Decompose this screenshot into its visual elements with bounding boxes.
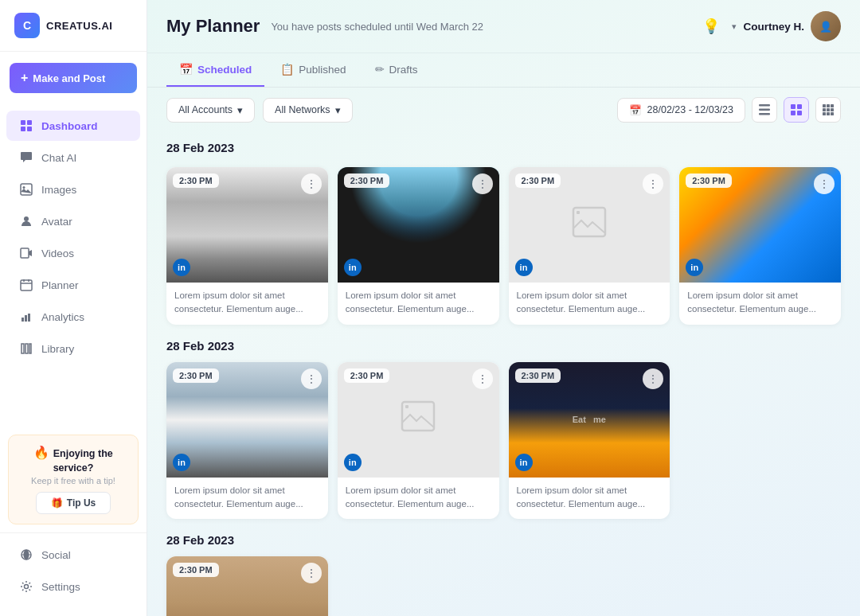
- networks-filter[interactable]: All Networks ▾: [263, 98, 352, 123]
- content-area: 28 Feb 2023 ‹ › 2:30 PM ⋮ in Lorem ipsum…: [147, 132, 860, 616]
- card-menu-button[interactable]: ⋮: [301, 368, 322, 389]
- avatar-initials: 👤: [819, 21, 832, 33]
- sidebar-item-chat-ai[interactable]: Chat AI: [6, 142, 140, 173]
- library-icon: [19, 341, 33, 356]
- dashboard-label: Dashboard: [41, 120, 98, 132]
- post-card: 2:30 PM ⋮ in Lorem ipsum dolor sit amet …: [166, 556, 328, 616]
- toolbar-right: 📅 28/02/23 - 12/03/23: [617, 97, 841, 123]
- cards-row-1: 2:30 PM ⋮ in Lorem ipsum dolor sit amet …: [166, 167, 841, 325]
- drafts-tab-icon: ✏: [375, 63, 385, 76]
- avatar-icon: [19, 214, 33, 228]
- card-time: 2:30 PM: [173, 563, 219, 577]
- date-range-picker[interactable]: 📅 28/02/23 - 12/03/23: [617, 98, 745, 123]
- make-post-button[interactable]: + Make and Post: [10, 63, 137, 93]
- post-card: 2:30 PM ⋮ in Eat me Lorem ipsum dolor si…: [509, 362, 670, 520]
- plus-icon: +: [21, 71, 28, 85]
- user-name: Courtney H.: [743, 21, 804, 33]
- tab-drafts-label: Drafts: [389, 64, 418, 76]
- tab-published[interactable]: 📋 Published: [268, 53, 358, 87]
- sidebar-item-analytics[interactable]: Analytics: [6, 302, 140, 332]
- linkedin-badge: in: [173, 454, 190, 471]
- header: My Planner You have posts scheduled unti…: [147, 0, 860, 53]
- linkedin-badge: in: [515, 259, 533, 276]
- card-body: Lorem ipsum dolor sit amet consectetur. …: [166, 283, 328, 325]
- svg-rect-24: [823, 112, 826, 115]
- svg-rect-20: [831, 104, 834, 107]
- sidebar: C CREATUS.AI + Make and Post Dashboard C…: [0, 0, 147, 616]
- tip-title: 🔥 Enjoying the service?: [18, 445, 128, 474]
- sidebar-item-dashboard[interactable]: Dashboard: [6, 111, 140, 141]
- sidebar-item-social[interactable]: Social: [6, 540, 140, 570]
- videos-icon: [19, 246, 33, 260]
- card-time: 2:30 PM: [686, 173, 732, 188]
- scheduled-tab-icon: 📅: [179, 63, 193, 76]
- logo-icon: C: [14, 13, 40, 38]
- card-text: Lorem ipsum dolor sit amet consectetur. …: [346, 484, 491, 512]
- calendar-view-button[interactable]: [815, 97, 841, 123]
- svg-rect-18: [823, 104, 826, 107]
- card-body: Lorem ipsum dolor sit amet consectetur. …: [338, 283, 499, 325]
- tab-scheduled-label: Scheduled: [197, 64, 252, 76]
- sidebar-item-planner[interactable]: Planner: [6, 270, 140, 300]
- linkedin-badge: in: [344, 259, 362, 276]
- card-menu-button[interactable]: ⋮: [472, 368, 493, 389]
- logo-text: CREATUS.AI: [46, 20, 112, 32]
- svg-rect-28: [577, 211, 580, 214]
- card-body: Lorem ipsum dolor sit amet consectetur. …: [338, 478, 499, 520]
- sidebar-item-images[interactable]: Images: [6, 174, 140, 205]
- card-text: Lorem ipsum dolor sit amet consectetur. …: [174, 289, 320, 317]
- card-menu-button[interactable]: ⋮: [643, 368, 663, 389]
- card-image: 2:30 PM ⋮ in: [338, 167, 499, 283]
- calendar-icon: 📅: [629, 104, 642, 116]
- svg-rect-11: [759, 104, 770, 107]
- card-time: 2:30 PM: [173, 368, 219, 383]
- card-menu-button[interactable]: ⋮: [643, 173, 663, 194]
- post-card: 2:30 PM ⋮ in Lorem ipsum dolor sit amet …: [166, 362, 328, 520]
- sidebar-item-settings[interactable]: Settings: [6, 571, 140, 602]
- card-image: 2:30 PM ⋮ in: [509, 167, 670, 283]
- svg-rect-12: [759, 109, 770, 111]
- linkedin-badge: in: [515, 454, 533, 471]
- tip-subtitle: Keep it free with a tip!: [18, 476, 128, 485]
- light-bulb-button[interactable]: 💡: [698, 14, 724, 39]
- card-image: 2:30 PM ⋮ in: [166, 167, 328, 283]
- dropdown-chevron: ▾: [732, 21, 737, 32]
- svg-rect-1: [27, 120, 32, 125]
- svg-rect-26: [831, 112, 834, 115]
- card-image: 2:30 PM ⋮ in: [679, 167, 841, 283]
- svg-rect-16: [791, 111, 796, 115]
- card-text: Lorem ipsum dolor sit amet consectetur. …: [174, 484, 320, 512]
- sidebar-item-videos[interactable]: Videos: [6, 238, 140, 268]
- chat-icon: [19, 150, 33, 165]
- tab-drafts[interactable]: ✏ Drafts: [362, 53, 431, 87]
- sidebar-item-library[interactable]: Library: [6, 333, 140, 364]
- planner-label: Planner: [41, 279, 79, 291]
- make-post-label: Make and Post: [33, 72, 105, 84]
- main-content: My Planner You have posts scheduled unti…: [147, 0, 860, 616]
- svg-point-6: [24, 216, 29, 221]
- card-text: Lorem ipsum dolor sit amet consectetur. …: [346, 289, 491, 317]
- svg-rect-23: [831, 108, 834, 111]
- svg-point-10: [25, 585, 29, 589]
- card-menu-button[interactable]: ⋮: [301, 563, 322, 583]
- tip-button-label: Tip Us: [67, 497, 96, 509]
- card-menu-button[interactable]: ⋮: [814, 173, 835, 194]
- date-group-1: 28 Feb 2023 ‹ › 2:30 PM ⋮ in Lorem ipsum…: [166, 137, 841, 325]
- tip-button[interactable]: 🎁 Tip Us: [36, 492, 111, 514]
- card-text: Lorem ipsum dolor sit amet consectetur. …: [517, 289, 663, 317]
- list-view-button[interactable]: [752, 97, 777, 123]
- user-info: ▾ Courtney H. 👤: [732, 11, 841, 41]
- card-menu-button[interactable]: ⋮: [472, 173, 493, 194]
- accounts-chevron: ▾: [237, 104, 243, 116]
- svg-rect-4: [21, 184, 32, 195]
- header-subtitle: You have posts scheduled until Wed March…: [271, 21, 483, 33]
- accounts-filter[interactable]: All Accounts ▾: [166, 98, 255, 123]
- post-card: 2:30 PM ⋮ in Lorem ipsum dolor sit amet …: [338, 362, 499, 520]
- post-card: 2:30 PM ⋮ in Lorem ipsum dolor sit amet …: [166, 167, 328, 325]
- card-menu-button[interactable]: ⋮: [301, 173, 322, 194]
- grid-view-button[interactable]: [784, 97, 809, 123]
- sidebar-item-avatar[interactable]: Avatar: [6, 206, 140, 236]
- svg-rect-7: [21, 248, 29, 258]
- card-image: 2:30 PM ⋮ in: [166, 362, 328, 478]
- tab-scheduled[interactable]: 📅 Scheduled: [166, 53, 264, 87]
